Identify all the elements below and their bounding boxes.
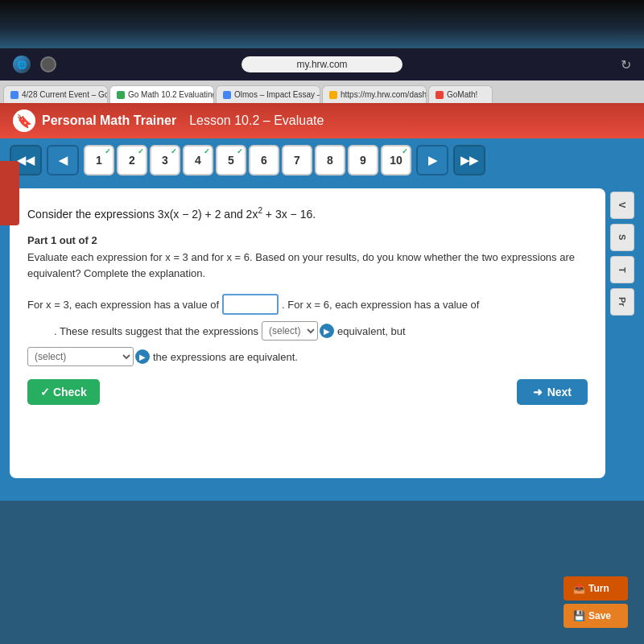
- tab-icon-docs: [10, 91, 19, 99]
- question-number-buttons: ✓ 1 ✓ 2 ✓ 3 ✓ 4 ✓ 5 6 7 8 9: [84, 145, 411, 175]
- action-row: ✓ Check ➜ Next: [27, 379, 588, 405]
- select1-arrow-btn[interactable]: ▶: [320, 324, 334, 338]
- fast-forward-button[interactable]: ▶▶: [453, 145, 485, 175]
- side-panel: V S T Pr: [605, 188, 634, 478]
- fill-line-1: For x = 3, each expression has a value o…: [27, 294, 588, 315]
- check-button[interactable]: ✓ Check: [27, 379, 100, 405]
- tab-icon-gomath2: [436, 91, 444, 99]
- nav-bar: ◀◀ ◀ ✓ 1 ✓ 2 ✓ 3 ✓ 4 ✓ 5 6 7 8: [0, 138, 644, 182]
- fill-line-3: (select) this proves this does not prove…: [27, 347, 588, 366]
- address-bar[interactable]: my.hrw.com: [242, 56, 402, 72]
- fill1-suffix: . For x = 6, each expression has a value…: [282, 295, 479, 314]
- part-label: Part 1 out of 2: [27, 234, 588, 246]
- app-logo: 🔖 Personal Math Trainer: [13, 109, 176, 132]
- tab-hrw[interactable]: https://my.hrw.com/dashboard/home: [322, 85, 427, 103]
- tab-icon-essay: [223, 91, 231, 99]
- fill3-prefix: equivalent, but: [337, 322, 406, 341]
- next-button[interactable]: ➜ Next: [517, 379, 588, 405]
- forward-button[interactable]: ▶: [416, 145, 448, 175]
- corner-buttons: 📤 Turn 💾 Save: [564, 576, 628, 628]
- browser-icon: 🌐: [13, 56, 31, 73]
- fill1-prefix: For x = 3, each expression has a value o…: [27, 295, 219, 314]
- fill-line-2: . These results suggest that the express…: [27, 321, 588, 341]
- tab-gomath[interactable]: Go Math 10.2 Evaluating Expressio...: [109, 85, 214, 103]
- main-background: Consider the expressions 3x(x − 2) + 2 a…: [0, 182, 644, 501]
- select2-container: (select) this proves this does not prove…: [27, 347, 150, 366]
- logo-text: Personal Math Trainer: [42, 114, 176, 128]
- select2-dropdown[interactable]: (select) this proves this does not prove: [27, 347, 134, 366]
- tabs-bar: 4/28 Current Event – Google Docs Go Math…: [0, 80, 644, 103]
- refresh-icon[interactable]: ↻: [621, 57, 631, 72]
- side-btn-v[interactable]: V: [610, 192, 634, 219]
- select1-container: (select) are are not ▶: [262, 321, 334, 341]
- part-text: Evaluate each expression for x = 3 and f…: [27, 250, 588, 283]
- tab-icon-gomath: [117, 91, 125, 99]
- screen-top: [0, 0, 644, 48]
- num-btn-2[interactable]: ✓ 2: [117, 145, 147, 175]
- num-btn-1[interactable]: ✓ 1: [84, 145, 114, 175]
- side-btn-t[interactable]: T: [610, 256, 634, 283]
- save-button[interactable]: 💾 Save: [564, 604, 628, 628]
- tab-essay[interactable]: Olmos – Impact Essay – Google Do...: [216, 85, 320, 103]
- num-btn-9[interactable]: 9: [348, 145, 378, 175]
- logo-icon: 🔖: [13, 109, 35, 132]
- back-button[interactable]: ◀: [47, 145, 79, 175]
- browser-chrome: 🌐 my.hrw.com ↻: [0, 48, 644, 80]
- select1-dropdown[interactable]: (select) are are not: [262, 321, 318, 341]
- main-area: Consider the expressions 3x(x − 2) + 2 a…: [0, 182, 644, 485]
- num-btn-5[interactable]: ✓ 5: [216, 145, 246, 175]
- lesson-title: Lesson 10.2 – Evaluate: [189, 114, 324, 128]
- num-btn-4[interactable]: ✓ 4: [183, 145, 213, 175]
- tab-icon-hrw: [329, 91, 337, 99]
- turn-in-button[interactable]: 📤 Turn: [564, 576, 628, 601]
- num-btn-7[interactable]: 7: [282, 145, 312, 175]
- num-btn-8[interactable]: 8: [315, 145, 345, 175]
- num-btn-10[interactable]: ✓ 10: [381, 145, 411, 175]
- num-btn-3[interactable]: ✓ 3: [150, 145, 180, 175]
- question-title: Consider the expressions 3x(x − 2) + 2 a…: [27, 204, 588, 223]
- app-header: 🔖 Personal Math Trainer Lesson 10.2 – Ev…: [0, 103, 644, 138]
- browser-menu-icon: [40, 56, 56, 72]
- question-card: Consider the expressions 3x(x − 2) + 2 a…: [10, 188, 605, 478]
- fill2-suffix: . These results suggest that the express…: [54, 322, 258, 341]
- next-arrow-icon: ➜: [533, 386, 543, 398]
- save-icon: 💾: [573, 610, 585, 621]
- select2-arrow-btn[interactable]: ▶: [135, 349, 150, 364]
- num-btn-6[interactable]: 6: [249, 145, 279, 175]
- fill4-suffix: the expressions are equivalent.: [153, 351, 298, 363]
- fill2-value: [27, 322, 51, 341]
- x3-value-input[interactable]: [222, 294, 279, 315]
- tab-google-docs[interactable]: 4/28 Current Event – Google Docs: [3, 85, 108, 103]
- turn-icon: 📤: [573, 583, 585, 594]
- left-edge-tab: [0, 161, 19, 225]
- side-btn-s[interactable]: S: [610, 224, 634, 251]
- side-btn-pr[interactable]: Pr: [610, 288, 634, 316]
- tab-gomath2[interactable]: GoMath!: [428, 85, 493, 103]
